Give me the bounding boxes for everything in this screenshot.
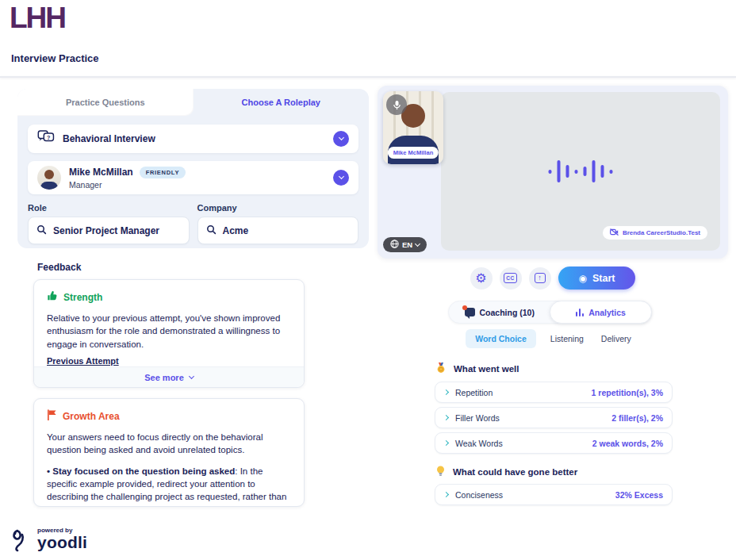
company-input[interactable]: Acme <box>197 217 359 244</box>
microphone-icon[interactable] <box>386 94 407 115</box>
went-well-heading-row: What went well <box>436 362 519 375</box>
subtab-delivery[interactable]: Delivery <box>598 329 634 348</box>
persona-name: Mike McMillan <box>69 167 133 178</box>
result-row-conciseness[interactable]: Conciseness 32% Excess <box>435 484 673 505</box>
tab-choose-a-roleplay[interactable]: Choose A Roleplay <box>194 89 370 116</box>
strength-card: Strength Relative to your previous attem… <box>33 279 305 388</box>
chat-question-icon: ? <box>37 130 55 148</box>
company-label: Company <box>197 203 359 213</box>
growth-area-title: Growth Area <box>63 411 120 422</box>
chevron-right-icon <box>443 415 449 420</box>
result-label: Repetition <box>455 388 493 397</box>
page-title: Interview Practice <box>11 52 99 64</box>
feedback-heading: Feedback <box>37 262 81 273</box>
tab-analytics[interactable]: Analytics <box>550 301 653 324</box>
chevron-down-icon <box>189 373 194 378</box>
previous-attempt-link[interactable]: Previous Attempt <box>47 356 119 366</box>
growth-area-card: Growth Area Your answers need to focus d… <box>33 398 305 507</box>
start-button-label: Start <box>592 273 615 284</box>
result-row-filler-words[interactable]: Filler Words 2 filler(s), 2% <box>435 407 673 428</box>
persona-selector[interactable]: Mike McMillan FRIENDLY Manager <box>28 161 358 194</box>
coach-name-label: Brenda CareerStudio.Test <box>623 229 700 236</box>
result-value: 32% Excess <box>615 490 663 500</box>
analytics-bars-icon <box>576 309 585 316</box>
yoodli-wordmark: yoodli <box>37 534 87 550</box>
roleplay-panel: Practice Questions Choose A Roleplay ? B… <box>17 89 369 248</box>
search-icon <box>36 224 47 238</box>
analytics-subtabs: Word Choice Listening Delivery <box>448 329 652 348</box>
lhh-logo: LHH <box>10 2 65 35</box>
strength-body: Relative to your previous attempt, you'v… <box>47 312 291 351</box>
gone-better-heading: What could have gone better <box>453 467 577 477</box>
coaching-tab-label: Coaching (10) <box>480 308 535 317</box>
camera-off-icon <box>610 228 619 237</box>
role-input[interactable]: Senior Project Manager <box>28 217 190 244</box>
scenario-label: Behavioral Interview <box>63 133 155 144</box>
role-value: Senior Project Manager <box>53 225 159 236</box>
search-icon <box>206 224 217 238</box>
tab-practice-questions[interactable]: Practice Questions <box>17 89 194 116</box>
persona-avatar <box>37 166 61 190</box>
role-label: Role <box>28 203 190 213</box>
chevron-right-icon <box>443 389 449 395</box>
persona-temperament-badge: FRIENDLY <box>140 167 186 178</box>
language-selector[interactable]: EN <box>383 237 427 252</box>
gear-icon: ⚙ <box>475 272 486 285</box>
language-code: EN <box>402 240 412 249</box>
coach-name-pill: Brenda CareerStudio.Test <box>603 226 707 240</box>
tab-coaching[interactable]: Coaching (10) <box>449 301 550 323</box>
header-divider <box>0 76 736 78</box>
result-label: Conciseness <box>455 490 503 500</box>
growth-bullet-lead: • Stay focused on the question being ask… <box>47 466 235 476</box>
record-icon: ◉ <box>579 274 587 283</box>
result-value: 2 weak words, 2% <box>592 439 663 448</box>
yoodli-mark-icon <box>11 528 32 555</box>
settings-button[interactable]: ⚙ <box>470 267 493 290</box>
closed-captions-icon: CC <box>504 273 516 283</box>
scenario-selector[interactable]: ? Behavioral Interview <box>28 125 358 153</box>
start-button[interactable]: ◉ Start <box>558 267 636 290</box>
result-label: Weak Words <box>455 439 503 448</box>
strength-title: Strength <box>63 292 102 303</box>
see-more-toggle[interactable]: See more <box>34 366 304 387</box>
result-row-weak-words[interactable]: Weak Words 2 weak words, 2% <box>435 432 673 454</box>
roleplay-tab-bar: Practice Questions Choose A Roleplay <box>17 89 369 116</box>
went-well-heading: What went well <box>454 364 519 374</box>
company-value: Acme <box>223 225 249 236</box>
result-row-repetition[interactable]: Repetition 1 repetition(s), 3% <box>435 382 673 403</box>
video-area: Brenda CareerStudio.Test <box>441 92 720 251</box>
medal-icon <box>436 362 446 375</box>
participant-name-pill: Mike McMillan <box>388 147 439 159</box>
audio-waveform-icon <box>549 160 613 182</box>
chevron-down-icon <box>338 135 343 140</box>
subtab-word-choice[interactable]: Word Choice <box>466 329 536 348</box>
result-value: 2 filler(s), 2% <box>611 413 663 423</box>
powered-by-yoodli: powered by yoodli <box>11 525 87 555</box>
analytics-tab-label: Analytics <box>588 308 626 317</box>
notification-dot <box>462 305 467 310</box>
thumbs-up-icon <box>47 290 58 305</box>
captions-button[interactable]: CC <box>500 267 522 290</box>
persona-info: Mike McMillan FRIENDLY Manager <box>69 167 186 190</box>
share-button[interactable]: ↑ <box>529 267 551 290</box>
subtab-listening[interactable]: Listening <box>547 329 587 348</box>
video-stage-panel: Brenda CareerStudio.Test Mike McMillan E… <box>378 86 728 259</box>
company-field-group: Company Acme <box>197 203 359 244</box>
chevron-right-icon <box>443 492 449 497</box>
growth-area-body: Your answers need to focus directly on t… <box>47 431 291 457</box>
chevron-down-icon <box>415 240 420 246</box>
share-upload-icon: ↑ <box>535 273 546 283</box>
scenario-expand-button[interactable] <box>333 131 349 147</box>
webcam-thumbnail: Mike McMillan <box>383 91 443 164</box>
app-root: LHH Interview Practice Practice Question… <box>0 0 736 560</box>
gone-better-heading-row: What could have gone better <box>436 466 577 478</box>
chevron-right-icon <box>443 440 449 446</box>
persona-expand-button[interactable] <box>333 170 349 186</box>
persona-role: Manager <box>69 180 186 190</box>
result-value: 1 repetition(s), 3% <box>592 388 663 397</box>
see-more-label: See more <box>144 373 184 382</box>
coaching-chat-icon <box>465 308 475 316</box>
session-controls: ⚙ CC ↑ ◉ Start <box>378 267 728 290</box>
flag-icon <box>47 409 57 424</box>
result-label: Filler Words <box>455 413 500 423</box>
